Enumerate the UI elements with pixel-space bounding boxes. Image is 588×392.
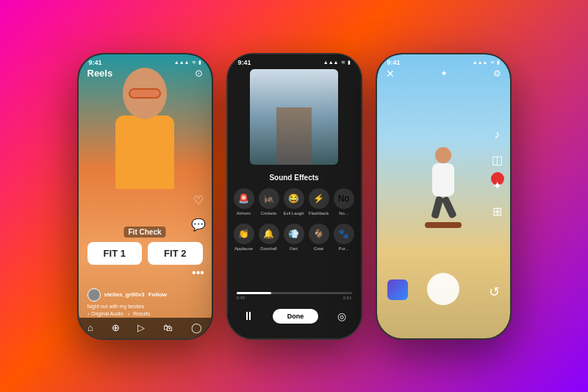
shutter-button[interactable]: [427, 273, 459, 305]
effect-applause[interactable]: 👏 Applause: [234, 224, 254, 251]
glasses: [129, 88, 161, 99]
gallery-thumbnail[interactable]: [387, 279, 408, 300]
effect-crickets[interactable]: 🦗 Crickets: [259, 188, 279, 215]
status-bar: 9:41 ▲▲▲ ≋ ▮: [377, 54, 510, 68]
phone-reels: 9:41 ▲▲▲ ≋ ▮ Reels ⊙ ♡ 💬 ➤ ••• Fit Check…: [77, 53, 213, 340]
effect-more[interactable]: No No...: [334, 188, 354, 215]
flashback-icon: ⚡: [309, 188, 329, 209]
phone-sound-effects: 9:41 ▲▲▲ ≋ ▮ Sound Effects 🚨 Airhorn 🦗 C…: [226, 53, 362, 340]
timer-tool-icon[interactable]: ✦: [492, 179, 503, 193]
applause-icon: 👏: [234, 224, 254, 244]
heart-icon[interactable]: ♡: [191, 193, 206, 207]
phone-camera: 9:41 ▲▲▲ ≋ ▮ ✕ ✦ ⚙ ♪ ◫ ✦ ⊞: [376, 53, 512, 340]
goat-icon: 🐐: [309, 224, 329, 244]
airhorn-label: Airhorn: [237, 211, 251, 215]
nav-search-icon[interactable]: ⊕: [112, 322, 120, 333]
person-figure: [101, 68, 189, 237]
lightning-icon[interactable]: ✦: [440, 68, 448, 79]
status-bar: 9:41 ▲▲▲ ≋ ▮: [79, 54, 212, 68]
purr-label: Pur...: [338, 246, 348, 251]
status-icons: ▲▲▲ ≋ ▮: [473, 60, 500, 65]
status-time: 9:41: [89, 59, 102, 66]
more-icon: No: [334, 188, 354, 209]
effect-goat[interactable]: 🐐 Goat: [309, 224, 329, 251]
effects-tool-icon[interactable]: ◫: [492, 153, 503, 167]
nav-profile-icon[interactable]: ◯: [191, 322, 202, 333]
poll-area: Fit Check FIT 1 FIT 2: [79, 224, 212, 265]
doorbell-label: Doorbell: [260, 246, 276, 251]
effect-airhorn[interactable]: 🚨 Airhorn: [234, 188, 254, 215]
audio-label: ♪ Original Audio · ♪: [87, 311, 130, 316]
evil-laugh-label: Evil Laugh: [284, 211, 304, 215]
battery-icon: ▮: [198, 60, 201, 65]
username[interactable]: stellas_gr00v3: [104, 291, 145, 298]
flip-camera-icon[interactable]: ↺: [489, 285, 500, 299]
camera-top-bar: ✕ ✦ ⚙: [377, 68, 510, 79]
poll-option-1[interactable]: FIT 1: [87, 242, 143, 265]
time-row: 0:45 0:61: [237, 296, 352, 300]
skater-figure: [410, 147, 476, 279]
progress-bar[interactable]: [237, 292, 352, 294]
skater-legs: [421, 196, 465, 218]
status-icons: ▲▲▲ ≋ ▮: [174, 60, 201, 65]
time-current: 0:45: [237, 296, 245, 300]
effect-purr[interactable]: 🐾 Pur...: [334, 224, 354, 251]
effect-evil-laugh[interactable]: 😂 Evil Laugh: [284, 188, 304, 215]
flashback-label: Flashback: [309, 211, 329, 215]
reels-header: Reels ⊙: [79, 68, 212, 79]
gallery-area: [387, 279, 408, 300]
poll-label: Fit Check: [123, 227, 165, 238]
wifi-icon: ≋: [192, 60, 196, 65]
status-icons: ▲▲▲ ≋ ▮: [323, 60, 351, 65]
nav-home-icon[interactable]: ⌂: [87, 322, 93, 333]
airhorn-icon: 🚨: [234, 188, 254, 209]
goat-label: Goat: [314, 246, 323, 251]
signal-icon: ▲▲▲: [473, 60, 488, 65]
results-label[interactable]: Results: [133, 311, 150, 316]
effect-flashback[interactable]: ⚡ Flashback: [309, 188, 329, 215]
reels-title: Reels: [87, 68, 113, 79]
more-label: No...: [339, 211, 348, 215]
fart-label: Fart: [290, 246, 298, 251]
time-total: 0:61: [343, 296, 352, 300]
flip-area: ↺: [489, 284, 500, 300]
skateboard: [425, 222, 462, 228]
status-bar: 9:41 ▲▲▲ ≋ ▮: [228, 54, 361, 68]
follow-button[interactable]: Follow: [148, 291, 167, 298]
effects-row-2: 👏 Applause 🔔 Doorbell 💨 Fart 🐐 Goat 🐾 Pu…: [228, 224, 361, 251]
signal-icon: ▲▲▲: [323, 60, 339, 65]
battery-icon: ▮: [497, 60, 500, 65]
progress-fill: [237, 292, 271, 294]
person-body: [115, 115, 174, 189]
video-preview: [250, 69, 338, 165]
camera-icon[interactable]: ⊙: [195, 68, 203, 79]
skater-head: [435, 147, 451, 163]
audio-row: ♪ Original Audio · ♪ Results: [87, 311, 185, 316]
more-icon[interactable]: •••: [191, 266, 206, 279]
crickets-icon: 🦗: [259, 188, 279, 209]
music-tool-icon[interactable]: ♪: [492, 128, 503, 141]
play-pause-button[interactable]: ⏸: [243, 310, 254, 323]
status-time: 9:41: [387, 59, 401, 66]
nav-shop-icon[interactable]: 🛍: [163, 322, 173, 333]
skater-leg-right: [441, 196, 457, 218]
evil-laugh-icon: 😂: [284, 188, 304, 209]
avatar: [87, 288, 101, 302]
skater-person: [421, 147, 465, 235]
purr-icon: 🐾: [334, 224, 354, 244]
grid-tool-icon[interactable]: ⊞: [492, 204, 503, 218]
wifi-icon: ≋: [490, 60, 495, 65]
mute-button[interactable]: ◎: [337, 310, 346, 322]
effect-doorbell[interactable]: 🔔 Doorbell: [259, 224, 279, 251]
doorbell-icon: 🔔: [259, 224, 279, 244]
right-tools: ♪ ◫ ✦ ⊞: [492, 128, 503, 218]
done-button[interactable]: Done: [273, 309, 319, 324]
close-button[interactable]: ✕: [386, 68, 395, 79]
nav-reels-icon[interactable]: ▷: [137, 322, 145, 333]
effect-fart[interactable]: 💨 Fart: [284, 224, 304, 251]
poll-option-2[interactable]: FIT 2: [148, 242, 203, 265]
status-time: 9:41: [238, 59, 251, 66]
settings-icon[interactable]: ⚙: [493, 68, 501, 79]
user-row: stellas_gr00v3 Follow: [87, 288, 185, 302]
bottom-nav: ⌂ ⊕ ▷ 🛍 ◯: [79, 318, 212, 338]
